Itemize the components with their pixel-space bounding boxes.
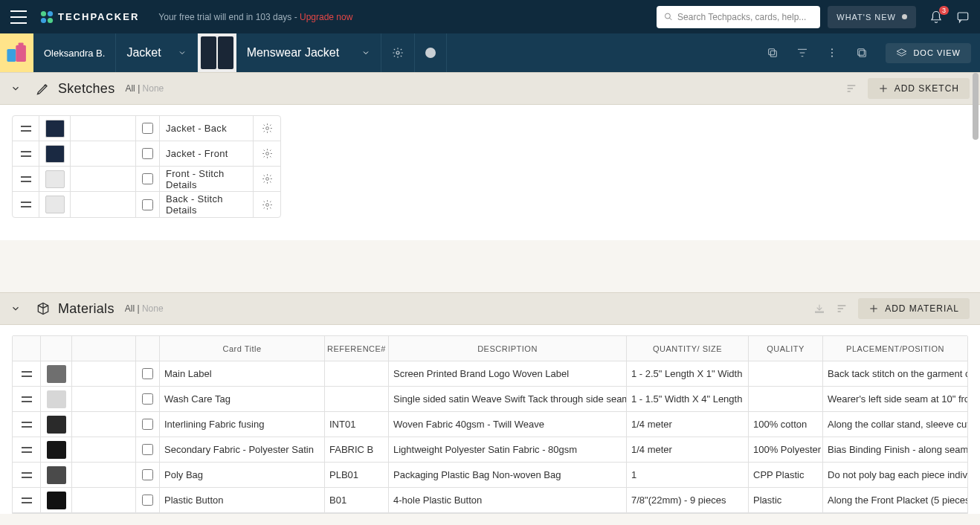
stack-button[interactable] [856,47,868,59]
doc-view-button[interactable]: DOC VIEW [886,43,971,63]
copy-button[interactable] [767,47,778,59]
sketch-thumbnail[interactable] [39,141,71,166]
material-qty[interactable]: 1/4 meter [627,437,749,462]
material-title[interactable]: Secondary Fabric - Polyester Satin [160,437,325,462]
material-title[interactable]: Plastic Button [160,488,325,512]
material-qty[interactable]: 1/4 meter [627,412,749,437]
material-title[interactable]: Wash Care Tag [160,387,325,411]
sketch-settings-button[interactable] [254,192,280,217]
filter-button[interactable] [796,47,808,59]
download-materials-button[interactable] [813,303,825,315]
material-thumbnail[interactable] [41,488,72,512]
material-quality[interactable] [749,361,823,386]
sketch-settings-button[interactable] [254,116,280,141]
add-sketch-button[interactable]: ADD SKETCH [868,78,970,99]
sketch-thumbnail[interactable] [39,192,71,217]
drag-handle[interactable] [13,192,39,217]
material-thumbnail[interactable] [41,437,72,462]
material-desc[interactable]: Single sided satin Weave Swift Tack thro… [389,387,627,411]
material-title[interactable]: Interlining Fabric fusing [160,412,325,437]
material-checkbox[interactable] [136,463,160,487]
drag-handle[interactable] [13,488,41,512]
material-desc[interactable]: Lightweight Polyester Satin Fabric - 80g… [389,437,627,462]
brand-logo[interactable]: TECHPACKER [40,10,139,24]
sketch-thumbnail[interactable] [39,167,71,191]
sketch-name[interactable]: Jacket - Back [160,116,254,141]
drag-handle[interactable] [13,141,39,166]
material-qty[interactable]: 1 - 2.5" Length X 1" Width [627,361,749,386]
material-checkbox[interactable] [136,488,160,512]
whats-new-button[interactable]: WHAT'S NEW [828,6,916,28]
select-none-link[interactable]: None [143,83,164,94]
material-placement[interactable]: Along the Front Placket (5 pieces), Slee… [823,488,967,512]
sketch-settings-button[interactable] [254,167,280,191]
select-none-link[interactable]: None [142,303,164,314]
collapse-sketches-button[interactable] [10,83,21,94]
drag-handle[interactable] [13,437,41,462]
add-material-button[interactable]: ADD MATERIAL [858,298,970,319]
status-indicator[interactable] [415,33,447,72]
material-desc[interactable]: Screen Printed Brand Logo Woven Label [389,361,627,386]
drag-handle[interactable] [13,167,39,191]
material-checkbox[interactable] [136,361,160,386]
material-quality[interactable]: CPP Plastic [749,463,823,487]
material-qty[interactable]: 1 - 1.5" Width X 4" Length [627,387,749,411]
workspace-avatar[interactable] [0,33,33,72]
sketch-thumbnail[interactable] [39,116,71,141]
material-thumbnail[interactable] [41,387,72,411]
scrollbar-thumb[interactable] [973,73,979,140]
drag-handle[interactable] [13,361,41,386]
material-ref[interactable]: B01 [325,488,389,512]
sketch-name[interactable]: Back - Stitch Details [160,192,254,217]
upgrade-link[interactable]: Upgrade now [300,12,352,22]
search-box[interactable] [657,6,820,28]
material-checkbox[interactable] [136,387,160,411]
material-ref[interactable] [325,361,389,386]
material-checkbox[interactable] [136,437,160,462]
more-button[interactable] [826,47,838,59]
material-thumbnail[interactable] [41,463,72,487]
material-qty[interactable]: 7/8"(22mm) - 9 pieces [627,488,749,512]
collection-selector[interactable]: Jacket [116,33,197,72]
sketch-name[interactable]: Jacket - Front [160,141,254,166]
sketch-checkbox[interactable] [136,141,160,166]
drag-handle[interactable] [13,463,41,487]
drag-handle[interactable] [13,412,41,437]
material-placement[interactable]: Back tack stitch on the garment center b… [823,361,967,386]
material-qty[interactable]: 1 [627,463,749,487]
material-placement[interactable]: Along the collar stand, sleeve cuff and … [823,412,967,437]
material-placement[interactable]: Bias Binding Finish - along seams [823,437,967,462]
product-settings-button[interactable] [381,33,415,72]
collapse-materials-button[interactable] [10,303,21,314]
sketch-checkbox[interactable] [136,116,160,141]
material-placement[interactable]: Wearer's left side seam at 10" from hem [823,387,967,411]
product-selector[interactable]: Menswear Jacket [236,33,382,72]
drag-handle[interactable] [13,387,41,411]
material-ref[interactable]: PLB01 [325,463,389,487]
material-desc[interactable]: 4-hole Plastic Button [389,488,627,512]
sketch-checkbox[interactable] [136,192,160,217]
material-quality[interactable]: Plastic [749,488,823,512]
sketch-settings-button[interactable] [254,141,280,166]
sort-materials-button[interactable] [836,303,848,315]
material-quality[interactable]: 100% Polyester [749,437,823,462]
material-desc[interactable]: Woven Fabric 40gsm - Twill Weave [389,412,627,437]
material-ref[interactable]: INT01 [325,412,389,437]
material-thumbnail[interactable] [41,412,72,437]
select-all-link[interactable]: All [125,303,135,314]
notifications-button[interactable]: 3 [929,10,943,24]
material-title[interactable]: Main Label [160,361,325,386]
feedback-button[interactable] [956,10,970,24]
sketch-checkbox[interactable] [136,167,160,191]
menu-icon[interactable] [10,10,27,24]
search-input[interactable] [677,12,813,22]
material-title[interactable]: Poly Bag [160,463,325,487]
material-ref[interactable]: FABRIC B [325,437,389,462]
material-quality[interactable]: 100% cotton [749,412,823,437]
material-placement[interactable]: Do not poly bag each piece individually [823,463,967,487]
owner-name[interactable]: Oleksandra B. [33,33,116,72]
material-thumbnail[interactable] [41,361,72,386]
material-checkbox[interactable] [136,412,160,437]
material-quality[interactable] [749,387,823,411]
drag-handle[interactable] [13,116,39,141]
